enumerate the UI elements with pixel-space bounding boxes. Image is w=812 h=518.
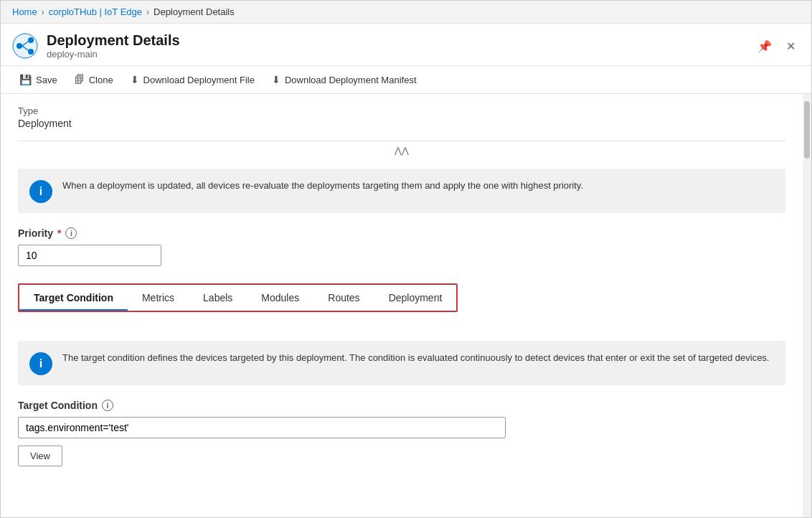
main-wrapper: Type Deployment ⋀⋀ i When a deployment i… bbox=[1, 94, 811, 517]
breadcrumb-sep2: › bbox=[146, 7, 149, 17]
tc-info-icon: i bbox=[29, 352, 52, 375]
breadcrumb-current: Deployment Details bbox=[154, 6, 235, 17]
priority-info-icon[interactable]: i bbox=[65, 227, 77, 239]
priority-label: Priority * i bbox=[18, 227, 785, 239]
tab-deployment[interactable]: Deployment bbox=[374, 285, 457, 311]
type-field-group: Type Deployment bbox=[18, 105, 785, 129]
save-button[interactable]: 💾 Save bbox=[12, 70, 65, 89]
section-divider: ⋀⋀ bbox=[18, 141, 785, 157]
scrollbar-thumb[interactable] bbox=[804, 101, 810, 159]
pin-button[interactable]: 📌 bbox=[753, 37, 776, 56]
download-manifest-button[interactable]: ⬇ Download Deployment Manifest bbox=[265, 70, 424, 89]
target-condition-info-banner: i The target condition defines the devic… bbox=[18, 341, 785, 385]
breadcrumb-sep1: › bbox=[42, 7, 44, 17]
breadcrumb-home[interactable]: Home bbox=[12, 6, 37, 17]
type-label: Type bbox=[18, 105, 785, 116]
tc-label: Target Condition i bbox=[18, 400, 785, 411]
priority-section: Priority * i bbox=[18, 227, 785, 266]
close-button[interactable]: ✕ bbox=[782, 37, 800, 56]
download-file-icon: ⬇ bbox=[131, 74, 139, 85]
tab-modules[interactable]: Modules bbox=[247, 285, 313, 311]
scroll-area: Type Deployment ⋀⋀ i When a deployment i… bbox=[1, 94, 803, 517]
toolbar: 💾 Save 🗐 Clone ⬇ Download Deployment Fil… bbox=[1, 66, 811, 94]
page-subtitle: deploy-main bbox=[47, 49, 180, 60]
window: Home › corploTHub | IoT Edge › Deploymen… bbox=[0, 0, 812, 518]
collapse-button[interactable]: ⋀⋀ bbox=[389, 144, 415, 157]
clone-icon: 🗐 bbox=[75, 74, 85, 85]
tc-info-circle[interactable]: i bbox=[102, 400, 113, 411]
tc-info-text: The target condition defines the devices… bbox=[62, 351, 769, 365]
tabs-wrapper: Target Condition Metrics Labels Modules bbox=[18, 283, 785, 326]
content-area: Type Deployment ⋀⋀ i When a deployment i… bbox=[1, 94, 803, 478]
svg-point-3 bbox=[28, 49, 34, 55]
title-text: Deployment Details deploy-main bbox=[47, 32, 180, 60]
title-bar: Deployment Details deploy-main 📌 ✕ bbox=[1, 24, 811, 66]
tab-bar: Target Condition Metrics Labels Modules bbox=[19, 285, 456, 311]
tab-routes[interactable]: Routes bbox=[313, 285, 374, 311]
deployment-icon bbox=[12, 33, 38, 59]
breadcrumb: Home › corploTHub | IoT Edge › Deploymen… bbox=[1, 1, 811, 24]
target-condition-input[interactable] bbox=[18, 417, 506, 438]
required-indicator: * bbox=[57, 227, 61, 239]
download-manifest-icon: ⬇ bbox=[272, 74, 280, 85]
svg-point-2 bbox=[28, 37, 34, 43]
svg-point-1 bbox=[16, 43, 22, 49]
info-text: When a deployment is updated, all device… bbox=[62, 179, 583, 193]
priority-input[interactable] bbox=[18, 245, 161, 266]
scrollbar[interactable] bbox=[803, 94, 811, 517]
tabs-container: Target Condition Metrics Labels Modules bbox=[18, 283, 458, 312]
save-icon: 💾 bbox=[19, 74, 32, 85]
download-file-button[interactable]: ⬇ Download Deployment File bbox=[123, 70, 262, 89]
tab-metrics[interactable]: Metrics bbox=[128, 285, 189, 311]
target-condition-section: Target Condition i View bbox=[18, 400, 785, 466]
view-button[interactable]: View bbox=[18, 446, 62, 466]
page-title: Deployment Details bbox=[47, 32, 180, 49]
title-actions: 📌 ✕ bbox=[753, 37, 800, 56]
tab-target-condition[interactable]: Target Condition bbox=[19, 285, 128, 311]
tab-labels[interactable]: Labels bbox=[189, 285, 247, 311]
type-value: Deployment bbox=[18, 118, 785, 129]
info-banner: i When a deployment is updated, all devi… bbox=[18, 169, 785, 213]
info-icon: i bbox=[29, 180, 52, 203]
breadcrumb-hub[interactable]: corploTHub | IoT Edge bbox=[49, 6, 142, 17]
clone-button[interactable]: 🗐 Clone bbox=[67, 70, 121, 89]
